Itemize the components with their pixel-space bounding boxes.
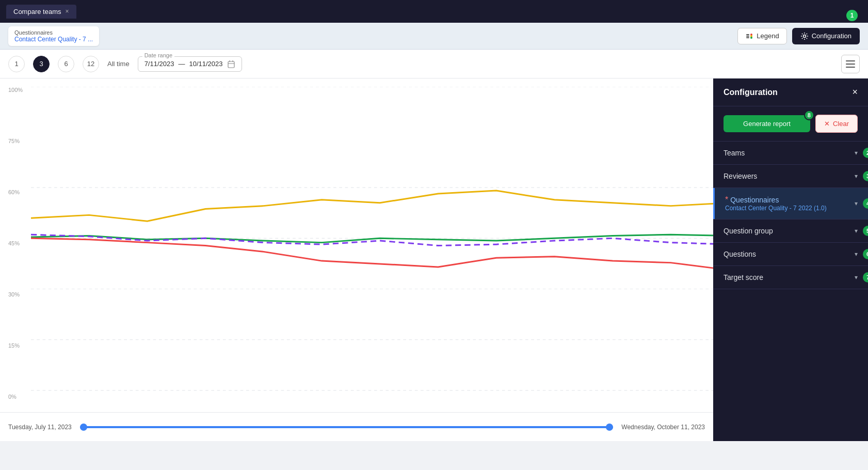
y-label-100: 100% [8, 87, 23, 93]
target-score-badge: 7 [863, 272, 868, 283]
configuration-panel: Configuration × Generate report 8 ✕ Clea… [713, 79, 868, 441]
question-group-row[interactable]: Question group ▾ 5 [713, 220, 868, 242]
config-section-questions: Questions ▾ 6 [713, 243, 868, 266]
y-label-15: 15% [8, 342, 23, 349]
svg-rect-7 [228, 61, 234, 68]
period-6-button[interactable]: 6 [58, 56, 74, 72]
config-section-reviewers: Reviewers ▾ 3 [713, 165, 868, 188]
period-6-label: 6 [64, 60, 68, 68]
timeline-end: Wednesday, October 11, 2023 [621, 424, 705, 431]
config-section-teams: Teams ▾ 2 [713, 142, 868, 165]
target-score-row[interactable]: Target score ▾ 7 [713, 266, 868, 289]
config-actions: Generate report 8 ✕ Clear [713, 106, 868, 142]
period-1-button[interactable]: 1 [8, 56, 25, 72]
config-section-questionnaires: * Questionnaires Contact Center Quality … [713, 188, 868, 220]
required-asterisk: * [725, 195, 728, 205]
date-range-picker[interactable]: Date range 7/11/2023 — 10/11/2023 [138, 56, 242, 72]
period-1-label: 1 [14, 60, 18, 68]
timeline-handle-right[interactable] [606, 424, 613, 431]
legend-icon [745, 32, 753, 40]
questionnaires-badge: 4 [863, 198, 868, 209]
configuration-label: Configuration [812, 32, 851, 40]
configuration-button[interactable]: Configuration [792, 28, 860, 44]
svg-point-5 [750, 37, 752, 39]
timeline-slider[interactable] [80, 426, 614, 428]
questionnaires-label: Questionnaires [730, 196, 779, 204]
config-section-question-group: Question group ▾ 5 [713, 220, 868, 243]
reviewers-badge: 3 [863, 171, 868, 181]
config-close-button[interactable]: × [852, 87, 858, 98]
calendar-icon [227, 60, 235, 68]
timeline-bar: Tuesday, July 11, 2023 Wednesday, Octobe… [0, 412, 713, 441]
svg-rect-2 [746, 37, 749, 38]
svg-rect-1 [746, 36, 749, 37]
configuration-icon [800, 32, 809, 40]
generate-badge: 8 [804, 110, 814, 120]
date-separator: — [178, 60, 185, 68]
teams-badge: 2 [863, 148, 868, 158]
config-header: Configuration × [713, 79, 868, 106]
target-score-label: Target score [724, 273, 763, 281]
teams-row[interactable]: Teams ▾ 2 [713, 142, 868, 164]
clear-x-icon: ✕ [824, 120, 830, 128]
reviewers-chevron-icon: ▾ [855, 173, 858, 180]
y-axis: 0% 15% 30% 45% 60% 75% 100% [8, 87, 23, 400]
y-label-60: 60% [8, 189, 23, 195]
question-group-chevron-icon: ▾ [855, 227, 858, 234]
teams-label: Teams [724, 149, 745, 157]
questions-badge: 6 [863, 249, 868, 259]
top-bar: Compare teams × 1 [0, 0, 868, 23]
reviewers-row[interactable]: Reviewers ▾ 3 [713, 165, 868, 187]
list-icon [846, 60, 855, 68]
svg-rect-8 [846, 60, 855, 61]
question-group-label: Question group [724, 227, 773, 235]
svg-rect-9 [846, 64, 855, 65]
questions-row[interactable]: Questions ▾ 6 [713, 243, 868, 265]
questionnaires-chevron-icon: ▾ [855, 200, 858, 207]
global-badge: 1 [846, 10, 858, 21]
controls-row: 1 3 6 12 All time Date range 7/11/2023 —… [0, 50, 868, 79]
questionnaire-label: Questionnaires [14, 29, 93, 36]
legend-label: Legend [757, 32, 779, 40]
reviewers-label: Reviewers [724, 172, 757, 180]
teams-chevron-icon: ▾ [855, 149, 858, 156]
compare-teams-tab[interactable]: Compare teams × [6, 5, 76, 19]
timeline-start: Tuesday, July 11, 2023 [8, 424, 72, 431]
target-score-chevron-icon: ▾ [855, 274, 858, 281]
period-3-button[interactable]: 3 [33, 56, 50, 72]
clear-label: Clear [833, 120, 849, 128]
main-content: 0% 15% 30% 45% 60% 75% 100% [0, 79, 868, 441]
questionnaire-selector[interactable]: Questionnaires Contact Center Quality - … [8, 26, 99, 46]
tab-close-icon[interactable]: × [65, 8, 69, 15]
date-range-label: Date range [142, 52, 174, 58]
period-3-label: 3 [39, 60, 43, 68]
tab-label: Compare teams [13, 8, 61, 15]
generate-report-label: Generate report [743, 120, 791, 128]
questionnaire-value: Contact Center Quality - 7 ... [14, 36, 93, 43]
questionnaires-row[interactable]: * Questionnaires Contact Center Quality … [713, 188, 868, 219]
period-12-label: 12 [87, 60, 94, 68]
date-start: 7/11/2023 [144, 60, 174, 68]
list-view-button[interactable] [841, 55, 860, 73]
y-label-75: 75% [8, 138, 23, 144]
svg-rect-10 [846, 67, 855, 68]
question-group-badge: 5 [863, 226, 868, 236]
generate-report-button[interactable]: Generate report 8 [724, 115, 810, 132]
period-12-button[interactable]: 12 [83, 56, 99, 72]
y-label-0: 0% [8, 394, 23, 400]
y-label-30: 30% [8, 291, 23, 297]
questions-chevron-icon: ▾ [855, 250, 858, 258]
clear-button[interactable]: ✕ Clear [815, 115, 858, 133]
sub-header: Questionnaires Contact Center Quality - … [0, 23, 868, 50]
date-end: 10/11/2023 [189, 60, 222, 68]
all-time-button[interactable]: All time [107, 60, 130, 68]
svg-point-6 [803, 35, 806, 37]
y-label-45: 45% [8, 240, 23, 246]
legend-button[interactable]: Legend [737, 28, 786, 44]
header-actions: Legend Configuration [737, 28, 860, 44]
timeline-handle-left[interactable] [80, 424, 87, 431]
timeline-track [80, 426, 614, 428]
config-title: Configuration [724, 88, 778, 97]
questionnaires-value: Contact Center Quality - 7 2022 (1.0) [725, 205, 827, 212]
config-section-target-score: Target score ▾ 7 [713, 266, 868, 289]
